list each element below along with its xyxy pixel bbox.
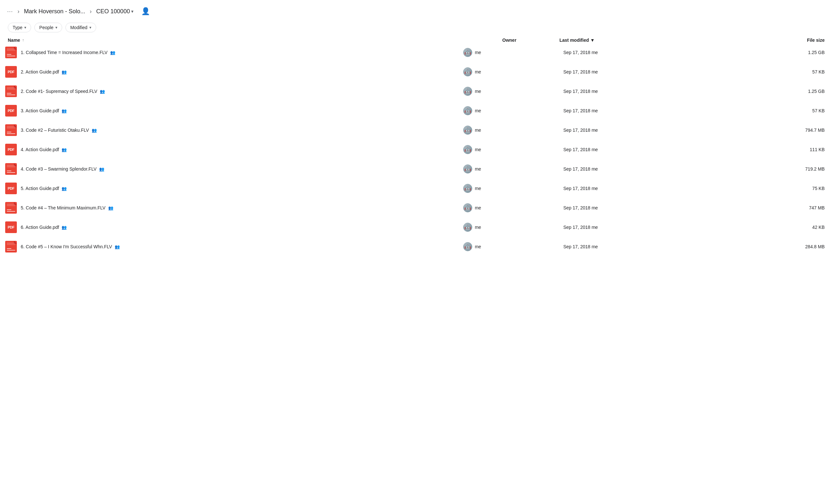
file-name-label: 1. Collapsed Time = Increased Income.FLV… bbox=[21, 50, 115, 55]
file-name-text: 4. Action Guide.pdf bbox=[21, 147, 59, 152]
table-row[interactable]: PDF4. Action Guide.pdf👥🤖meSep 17, 2018 m… bbox=[0, 140, 835, 159]
owner-avatar: 🤖 bbox=[463, 126, 472, 135]
file-name-cell: PDF6. Action Guide.pdf👥 bbox=[0, 217, 459, 237]
file-size-cell: 719.2 MB bbox=[710, 159, 835, 179]
filter-bar: Type ▾ People ▾ Modified ▾ bbox=[0, 20, 835, 38]
people-icon[interactable]: 👤 bbox=[139, 5, 152, 18]
flv-icon bbox=[5, 124, 17, 136]
pdf-icon: PDF bbox=[5, 183, 17, 194]
owner-avatar: 🤖 bbox=[463, 164, 472, 173]
table-row[interactable]: PDF6. Action Guide.pdf👥🤖meSep 17, 2018 m… bbox=[0, 217, 835, 237]
file-name-label: 5. Code #4 – The Minimum Maximum.FLV👥 bbox=[21, 205, 114, 210]
file-size-cell: 111 KB bbox=[710, 140, 835, 159]
file-name-cell: 2. Code #1- Supremacy of Speed.FLV👥 bbox=[0, 82, 459, 101]
owner-name: me bbox=[475, 166, 481, 172]
owner-avatar: 🤖 bbox=[463, 203, 472, 212]
table-row[interactable]: PDF5. Action Guide.pdf👥🤖meSep 17, 2018 m… bbox=[0, 179, 835, 198]
breadcrumb-current-folder[interactable]: CEO 100000 ▾ bbox=[94, 7, 136, 16]
col-header-modified[interactable]: Last modified ▼ bbox=[559, 38, 710, 43]
table-row[interactable]: 4. Code #3 – Swarming Splendor.FLV👥🤖meSe… bbox=[0, 159, 835, 179]
file-name-cell: PDF5. Action Guide.pdf👥 bbox=[0, 179, 459, 198]
owner-cell: 🤖me bbox=[459, 43, 559, 62]
breadcrumb-current-label: CEO 100000 bbox=[96, 8, 130, 15]
shared-icon: 👥 bbox=[62, 147, 67, 152]
owner-name: me bbox=[475, 50, 481, 55]
file-size-cell: 284.8 MB bbox=[710, 237, 835, 256]
flv-icon bbox=[5, 202, 17, 214]
file-name-label: 2. Code #1- Supremacy of Speed.FLV👥 bbox=[21, 89, 105, 94]
modified-cell: Sep 17, 2018 me bbox=[559, 217, 710, 237]
breadcrumb-parent[interactable]: Mark Hoverson - Solo... bbox=[22, 7, 87, 16]
shared-icon: 👥 bbox=[100, 89, 105, 94]
owner-name: me bbox=[475, 186, 481, 191]
modified-filter-label: Modified bbox=[70, 25, 87, 30]
shared-icon: 👥 bbox=[108, 206, 114, 210]
file-name-cell: PDF4. Action Guide.pdf👥 bbox=[0, 140, 459, 159]
col-name-label: Name bbox=[8, 38, 20, 43]
modified-filter-chip[interactable]: Modified ▾ bbox=[65, 23, 96, 33]
owner-avatar: 🤖 bbox=[463, 87, 472, 96]
owner-avatar: 🤖 bbox=[463, 67, 472, 77]
breadcrumb-chevron-1: › bbox=[16, 8, 21, 15]
shared-icon: 👥 bbox=[110, 50, 115, 55]
file-name-label: 3. Code #2 – Futuristic Otaku.FLV👥 bbox=[21, 128, 97, 133]
col-header-name[interactable]: Name ↑ bbox=[0, 38, 459, 43]
file-name-label: 6. Action Guide.pdf👥 bbox=[21, 225, 67, 230]
file-name-label: 3. Action Guide.pdf👥 bbox=[21, 108, 67, 113]
type-filter-chip[interactable]: Type ▾ bbox=[8, 23, 31, 33]
file-name-cell: PDF2. Action Guide.pdf👥 bbox=[0, 62, 459, 82]
shared-icon: 👥 bbox=[62, 108, 67, 113]
breadcrumb-dots-button[interactable]: ··· bbox=[5, 7, 15, 16]
table-row[interactable]: 2. Code #1- Supremacy of Speed.FLV👥🤖meSe… bbox=[0, 82, 835, 101]
file-size-cell: 75 KB bbox=[710, 179, 835, 198]
file-name-text: 1. Collapsed Time = Increased Income.FLV bbox=[21, 50, 107, 55]
col-header-owner: Owner bbox=[459, 38, 559, 43]
pdf-icon: PDF bbox=[5, 105, 17, 117]
file-name-label: 6. Code #5 – I Know I'm Successful Whn.F… bbox=[21, 244, 120, 249]
modified-cell: Sep 17, 2018 me bbox=[559, 101, 710, 121]
owner-cell: 🤖me bbox=[459, 217, 559, 237]
file-name-cell: PDF3. Action Guide.pdf👥 bbox=[0, 101, 459, 121]
shared-icon: 👥 bbox=[115, 245, 120, 249]
breadcrumb-chevron-2: › bbox=[88, 8, 93, 15]
col-modified-label: Last modified bbox=[559, 38, 589, 43]
col-header-size: File size bbox=[710, 38, 835, 43]
table-row[interactable]: 6. Code #5 – I Know I'm Successful Whn.F… bbox=[0, 237, 835, 256]
modified-cell: Sep 17, 2018 me bbox=[559, 140, 710, 159]
file-name-text: 5. Action Guide.pdf bbox=[21, 186, 59, 191]
table-row[interactable]: 5. Code #4 – The Minimum Maximum.FLV👥🤖me… bbox=[0, 198, 835, 217]
shared-icon: 👥 bbox=[62, 225, 67, 230]
pdf-icon: PDF bbox=[5, 144, 17, 155]
table-row[interactable]: 1. Collapsed Time = Increased Income.FLV… bbox=[0, 43, 835, 62]
modified-cell: Sep 17, 2018 me bbox=[559, 43, 710, 62]
owner-cell: 🤖me bbox=[459, 82, 559, 101]
owner-avatar: 🤖 bbox=[463, 223, 472, 232]
file-size-cell: 747 MB bbox=[710, 198, 835, 217]
table-row[interactable]: PDF2. Action Guide.pdf👥🤖meSep 17, 2018 m… bbox=[0, 62, 835, 82]
file-size-cell: 42 KB bbox=[710, 217, 835, 237]
flv-icon bbox=[5, 47, 17, 58]
people-filter-chip[interactable]: People ▾ bbox=[34, 23, 62, 33]
owner-name: me bbox=[475, 147, 481, 152]
file-name-label: 4. Action Guide.pdf👥 bbox=[21, 147, 67, 152]
table-row[interactable]: 3. Code #2 – Futuristic Otaku.FLV👥🤖meSep… bbox=[0, 121, 835, 140]
file-name-cell: 4. Code #3 – Swarming Splendor.FLV👥 bbox=[0, 159, 459, 179]
file-name-label: 4. Code #3 – Swarming Splendor.FLV👥 bbox=[21, 166, 104, 172]
file-name-text: 3. Action Guide.pdf bbox=[21, 108, 59, 113]
modified-cell: Sep 17, 2018 me bbox=[559, 62, 710, 82]
file-name-cell: 6. Code #5 – I Know I'm Successful Whn.F… bbox=[0, 237, 459, 256]
owner-cell: 🤖me bbox=[459, 237, 559, 256]
file-name-text: 6. Action Guide.pdf bbox=[21, 225, 59, 230]
file-name-cell: 5. Code #4 – The Minimum Maximum.FLV👥 bbox=[0, 198, 459, 217]
file-size-cell: 1.25 GB bbox=[710, 82, 835, 101]
flv-icon bbox=[5, 163, 17, 175]
owner-name: me bbox=[475, 205, 481, 210]
folder-dropdown-icon: ▾ bbox=[131, 9, 134, 14]
file-name-cell: 1. Collapsed Time = Increased Income.FLV… bbox=[0, 43, 459, 62]
shared-icon: 👥 bbox=[62, 186, 67, 191]
modified-filter-arrow: ▾ bbox=[89, 25, 91, 30]
table-header-row: Name ↑ Owner Last modified ▼ File size bbox=[0, 38, 835, 43]
file-name-text: 4. Code #3 – Swarming Splendor.FLV bbox=[21, 166, 97, 172]
col-modified-sort-icon: ▼ bbox=[590, 38, 595, 43]
table-row[interactable]: PDF3. Action Guide.pdf👥🤖meSep 17, 2018 m… bbox=[0, 101, 835, 121]
